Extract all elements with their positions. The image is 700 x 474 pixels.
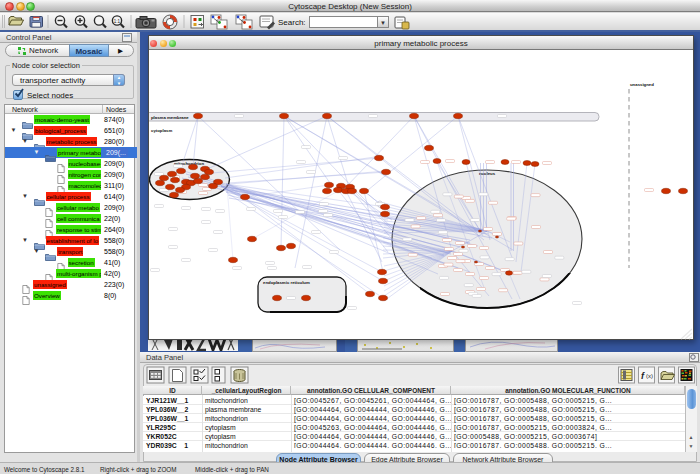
svg-text:endoplasmic reticulum: endoplasmic reticulum bbox=[263, 280, 310, 285]
svg-text:nucleus: nucleus bbox=[479, 171, 496, 176]
svg-text:unassigned: unassigned bbox=[630, 82, 654, 87]
svg-text:cytoplasm: cytoplasm bbox=[151, 128, 172, 133]
svg-text:plasma membrane: plasma membrane bbox=[151, 115, 189, 120]
svg-text:Search:: Search: bbox=[278, 18, 306, 27]
svg-text:(x): (x) bbox=[646, 373, 653, 379]
